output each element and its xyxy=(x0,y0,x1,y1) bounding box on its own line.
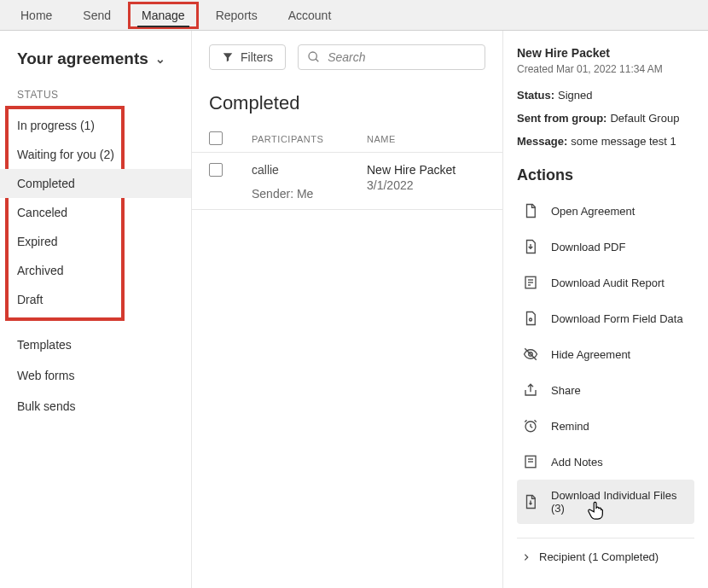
sidebar-title-dropdown[interactable]: Your agreements ⌄ xyxy=(0,49,191,84)
table-header: PARTICIPANTS NAME xyxy=(192,126,502,153)
action-label: Download PDF xyxy=(551,241,625,253)
action-add-notes[interactable]: Add Notes xyxy=(517,444,694,480)
filter-icon xyxy=(222,51,234,63)
sidebar-title-label: Your agreements xyxy=(17,49,148,68)
action-label: Share xyxy=(551,384,581,397)
action-download-individual-files[interactable]: Download Individual Files (3) xyxy=(517,480,694,524)
eye-off-icon xyxy=(522,346,539,363)
agreement-name: New Hire Packet xyxy=(367,163,485,177)
top-nav: Home Send Manage Reports Account xyxy=(0,0,708,31)
agreements-table: PARTICIPANTS NAME callie Sender: Me New … xyxy=(192,126,502,210)
filters-label: Filters xyxy=(241,50,273,64)
nav-send[interactable]: Send xyxy=(69,2,125,29)
svg-point-0 xyxy=(309,52,316,60)
status-waiting[interactable]: Waiting for you (2) xyxy=(0,140,191,169)
actions-header: Actions xyxy=(517,166,694,184)
action-label: Hide Agreement xyxy=(551,348,630,361)
meta-status-value: Signed xyxy=(558,89,592,102)
recipient-label: Recipient (1 Completed) xyxy=(539,550,659,563)
nav-home[interactable]: Home xyxy=(7,2,66,29)
report-icon xyxy=(522,274,539,291)
svg-point-6 xyxy=(530,318,532,321)
download-icon xyxy=(522,238,539,255)
row-checkbox[interactable] xyxy=(209,163,223,177)
action-label: Remind xyxy=(551,420,589,433)
other-list: Templates Web forms Bulk sends xyxy=(0,321,191,430)
sidebar: Your agreements ⌄ STATUS In progress (1)… xyxy=(0,31,192,588)
meta-message-value: some message test 1 xyxy=(571,135,676,148)
table-row[interactable]: callie Sender: Me New Hire Packet 3/1/20… xyxy=(192,153,502,210)
notes-icon xyxy=(522,453,539,470)
details-panel: New Hire Packet Created Mar 01, 2022 11:… xyxy=(503,31,708,588)
toolbar: Filters xyxy=(192,31,502,84)
main-panel: Filters Completed PARTICIPANTS NAME call… xyxy=(192,31,503,588)
meta-status-label: Status: xyxy=(517,89,554,102)
meta-group-label: Sent from group: xyxy=(517,112,606,125)
sidebar-templates[interactable]: Templates xyxy=(0,329,191,360)
participant-name: callie xyxy=(252,163,367,177)
nav-manage[interactable]: Manage xyxy=(128,2,199,29)
status-canceled[interactable]: Canceled xyxy=(0,198,191,227)
recipient-expand[interactable]: Recipient (1 Completed) xyxy=(517,538,694,563)
action-download-pdf[interactable]: Download PDF xyxy=(517,229,694,265)
action-label: Download Form Field Data xyxy=(551,312,683,325)
nav-account[interactable]: Account xyxy=(275,2,345,29)
clock-icon xyxy=(522,417,539,434)
action-download-form-data[interactable]: Download Form Field Data xyxy=(517,300,694,336)
meta-group-value: Default Group xyxy=(610,112,679,125)
details-created: Created Mar 01, 2022 11:34 AM xyxy=(517,63,694,75)
status-expired[interactable]: Expired xyxy=(0,227,191,256)
chevron-right-icon xyxy=(522,553,531,562)
select-all-checkbox[interactable] xyxy=(209,131,223,145)
search-icon xyxy=(307,50,321,64)
status-completed[interactable]: Completed xyxy=(0,169,191,198)
document-icon xyxy=(522,202,539,219)
meta-message-label: Message: xyxy=(517,135,567,148)
search-input[interactable] xyxy=(328,50,476,64)
form-icon xyxy=(522,310,539,327)
status-archived[interactable]: Archived xyxy=(0,256,191,285)
action-open-agreement[interactable]: Open Agreement xyxy=(517,193,694,229)
chevron-down-icon: ⌄ xyxy=(155,52,165,66)
action-label: Download Individual Files (3) xyxy=(551,489,689,515)
filters-button[interactable]: Filters xyxy=(209,44,286,70)
col-participants: PARTICIPANTS xyxy=(252,134,367,144)
action-label: Download Audit Report xyxy=(551,277,664,289)
action-remind[interactable]: Remind xyxy=(517,408,694,444)
status-in-progress[interactable]: In progress (1) xyxy=(0,111,191,140)
action-hide-agreement[interactable]: Hide Agreement xyxy=(517,336,694,372)
col-name: NAME xyxy=(367,134,485,144)
action-share[interactable]: Share xyxy=(517,372,694,408)
action-label: Add Notes xyxy=(551,456,603,469)
action-download-audit[interactable]: Download Audit Report xyxy=(517,265,694,300)
search-box[interactable] xyxy=(298,44,485,70)
status-draft[interactable]: Draft xyxy=(0,285,191,314)
content-title: Completed xyxy=(192,84,502,126)
files-icon xyxy=(522,493,539,510)
nav-reports[interactable]: Reports xyxy=(202,2,271,29)
svg-line-1 xyxy=(316,59,318,61)
agreement-date: 3/1/2022 xyxy=(367,178,485,192)
status-list: In progress (1) Waiting for you (2) Comp… xyxy=(0,106,191,321)
details-title: New Hire Packet xyxy=(517,46,694,60)
participant-sender: Sender: Me xyxy=(252,187,367,201)
sidebar-bulksends[interactable]: Bulk sends xyxy=(0,391,191,422)
status-header: STATUS xyxy=(0,84,191,106)
action-label: Open Agreement xyxy=(551,205,635,218)
sidebar-webforms[interactable]: Web forms xyxy=(0,360,191,391)
share-icon xyxy=(522,381,539,399)
